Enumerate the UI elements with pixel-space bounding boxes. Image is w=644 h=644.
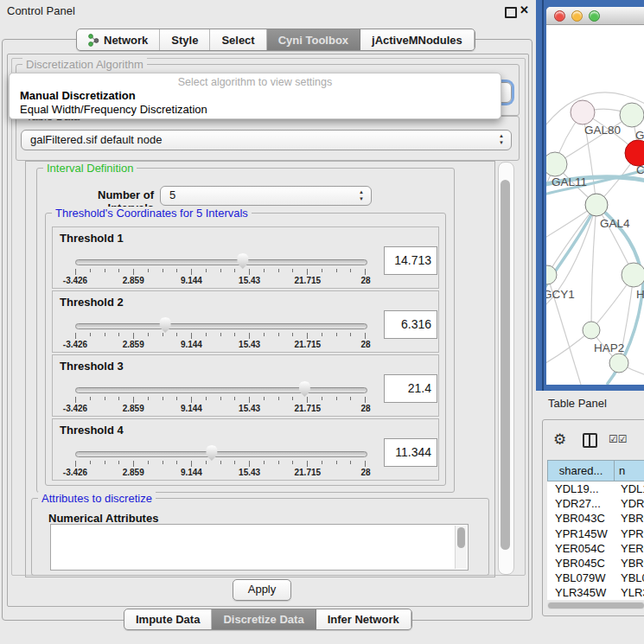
tick-label: 28 [360,404,370,413]
zoom-traffic-light-icon[interactable] [589,10,600,22]
threshold-value-field[interactable]: 6.316 [384,310,437,339]
tab[interactable]: Select [210,29,266,50]
network-node-GAL4[interactable] [585,194,608,216]
slider-scale-labels: -3.4262.8599.14415.4321.71528 [75,468,366,478]
table-data-combobox[interactable]: galFiltered.sif default node ▲▼ [21,130,512,150]
table-row[interactable]: YPR145W YPR1 [547,526,644,541]
minimize-traffic-light-icon[interactable] [571,10,583,22]
threshold-value-field[interactable]: 21.4 [384,374,437,403]
tick-label: 2.859 [123,468,144,477]
network-edge-thick [546,205,596,297]
combo-arrows-icon: ▲▼ [499,132,504,146]
network-node-GAL11[interactable] [546,152,567,176]
control-panel: Control Panel ✕ Network [0,0,534,644]
cell-name: YBL0 [615,571,644,585]
network-node-label: GAL80 [584,124,621,137]
network-canvas[interactable]: GAL80GACGAL11GAL4GCY1HHAP2 [546,25,644,385]
number-of-intervals-spinner[interactable]: 5 ▲▼ [160,186,372,206]
slider-thumb[interactable] [158,317,172,333]
vertical-scrollbar-thumb[interactable] [501,180,510,550]
vertical-scrollbar[interactable] [498,162,514,575]
screenshot-root: Control Panel ✕ Network [0,0,644,644]
slider-scale-labels: -3.4262.8599.14415.4321.71528 [75,276,366,286]
list-scrollbar[interactable] [455,526,467,569]
apply-button[interactable]: Apply [233,579,291,601]
tick-label: 21.715 [295,468,322,477]
table-row[interactable]: YDR27... YDR2 [547,496,644,511]
table-header-row: shared... n [547,460,644,481]
dropdown-option-manual[interactable]: Manual Discretization [20,89,136,102]
slider-thumb[interactable] [205,445,219,461]
cell-name: YDR2 [615,496,644,511]
tick-label: 9.144 [181,276,202,285]
cell-name: YER0 [615,541,644,556]
gear-icon[interactable]: ⚙ [553,430,566,449]
cell-shared-name: YDR27... [547,496,615,511]
table-panel-toolbar: ⚙ ☑☑ [543,430,644,451]
tab[interactable]: Style [160,29,210,50]
tab-label: Style [171,34,198,47]
bottom-tab[interactable]: Impute Data [124,609,212,629]
bottom-tab-bar: Impute Data Discretize Data Infer Networ… [124,609,412,630]
split-panel-icon[interactable] [583,433,597,448]
tick-label: 9.144 [181,404,202,413]
table-row[interactable]: YLR345W YLR3 [547,585,644,600]
cell-name: YBR0 [615,556,644,571]
numerical-attributes-list [50,524,469,571]
tick-label: -3.426 [63,404,87,413]
float-window-icon[interactable] [505,7,517,18]
slider-thumb[interactable] [236,253,250,269]
network-node-GCY1[interactable] [546,265,557,284]
tab[interactable]: Cyni Toolbox [267,29,360,50]
cell-shared-name: YDL19... [547,481,615,496]
horizontal-scrollbar-thumb[interactable] [548,603,644,609]
table-row[interactable]: YBR043C YBR0 [547,511,644,526]
list-scrollbar-thumb[interactable] [457,527,465,548]
network-node-HAP2[interactable] [583,322,600,339]
number-of-intervals-value: 5 [169,188,175,201]
top-tab-bar: Network Style [76,29,475,51]
bottom-tab-label: Discretize Data [223,613,303,626]
dropdown-option-equal-width[interactable]: Equal Width/Frequency Discretization [20,103,207,116]
threshold-row: Threshold 2 -3.4262.8599.14415.4321.7152… [52,290,439,353]
tab[interactable]: Network [77,29,160,50]
threshold-value-field[interactable]: 11.344 [384,438,437,467]
algorithm-group-title: Discretization Algorithm [22,58,147,71]
close-icon[interactable]: ✕ [520,3,529,16]
close-traffic-light-icon[interactable] [554,10,565,22]
network-icon [88,34,99,47]
attributes-group-title: Attributes to discretize [38,492,156,505]
tick-label: 15.43 [239,340,260,349]
horizontal-scrollbar[interactable] [547,602,644,609]
tick-label: 2.859 [123,404,144,413]
tab-label: Select [221,34,254,47]
tab[interactable]: jActiveMNodules [360,29,475,50]
network-node-G-node[interactable] [620,103,644,127]
bottom-tab-label: Impute Data [136,613,200,626]
network-node-H-node[interactable] [622,263,644,287]
network-window: GAL80GACGAL11GAL4GCY1HHAP2 [546,7,644,385]
table-row[interactable]: YDL19... YDL1 [547,481,644,496]
bottom-tab[interactable]: Discretize Data [212,609,316,629]
spinner-arrows-icon[interactable]: ▲▼ [359,188,364,202]
select-columns-icon[interactable]: ☑☑ [609,433,628,445]
slider-thumb[interactable] [297,381,311,397]
network-edge [547,205,596,275]
table-row[interactable]: YBL079W YBL0 [547,571,644,585]
bottom-tab[interactable]: Infer Network [316,609,411,629]
slider-ticks [75,461,366,468]
network-node-GAL80[interactable] [571,100,595,124]
cell-shared-name: YBR043C [547,511,615,526]
tick-label: -3.426 [63,468,87,477]
table-row[interactable]: YBR045C YBR0 [547,556,644,571]
slider-ticks [75,397,366,404]
tick-label: -3.426 [63,276,87,285]
tick-label: 2.859 [123,340,144,349]
network-node-bottom-node[interactable] [609,354,628,373]
threshold-value-field[interactable]: 14.713 [384,246,437,275]
column-header-shared-name[interactable]: shared... [547,460,615,481]
interval-definition-title: Interval Definition [43,162,137,175]
column-header-name[interactable]: n [615,460,644,481]
table-row[interactable]: YER054C YER0 [547,541,644,556]
network-edge [555,115,632,164]
